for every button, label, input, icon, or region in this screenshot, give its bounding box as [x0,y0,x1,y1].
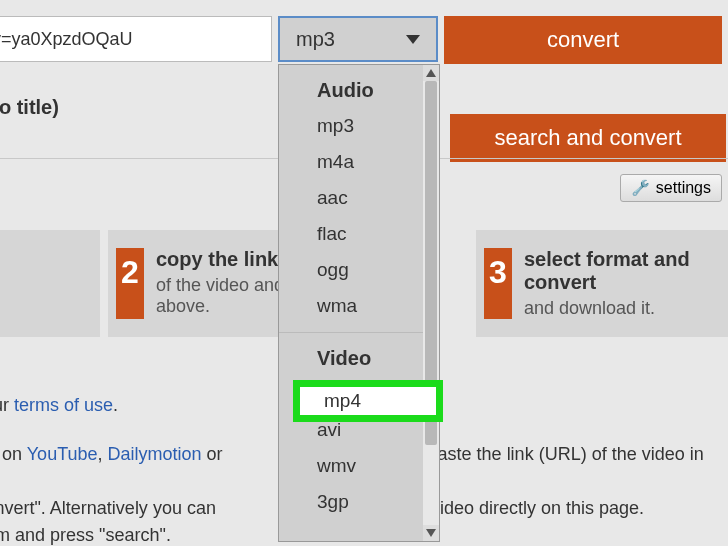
search-and-convert-button[interactable]: search and convert [450,114,726,162]
dropdown-item-wmv[interactable]: wmv [279,448,423,484]
scroll-track[interactable] [423,81,439,525]
scroll-thumb[interactable] [425,81,437,445]
format-dropdown: Audio mp3m4aaacflacoggwma Video mp4aviwm… [278,64,440,542]
video-title-label: for (video title) [0,96,59,119]
scrollbar[interactable] [423,65,439,541]
step-number-badge: 3 [484,248,512,319]
step-card: 3 select format and convert and download… [476,230,728,337]
dropdown-item-ogg[interactable]: ogg [279,252,423,288]
dropdown-item-wma[interactable]: wma [279,288,423,324]
wrench-icon: 🔧 [631,179,650,197]
settings-button[interactable]: 🔧 settings [620,174,722,202]
step-title: select format and convert [524,248,728,294]
youtube-link[interactable]: YouTube [27,444,98,464]
svg-marker-0 [426,69,436,77]
settings-label: settings [656,179,711,197]
dropdown-item-avi[interactable]: avi [279,412,423,448]
step-desc: on, [0,272,82,293]
terms-of-use-link[interactable]: terms of use [14,395,113,415]
scroll-down-icon[interactable] [423,525,439,541]
step-card: on, [0,230,100,337]
step-desc: and download it. [524,298,728,319]
convert-button[interactable]: convert [444,16,722,64]
chevron-down-icon [406,35,420,44]
dropdown-item-m4a[interactable]: m4a [279,144,423,180]
dropdown-item-aac[interactable]: aac [279,180,423,216]
dailymotion-link[interactable]: Dailymotion [108,444,202,464]
dropdown-section-audio: Audio [279,65,423,108]
svg-marker-1 [426,529,436,537]
url-input[interactable] [0,16,272,62]
step-number-badge: 2 [116,248,144,319]
scroll-up-icon[interactable] [423,65,439,81]
dropdown-item-3gp[interactable]: 3gp [279,484,423,520]
format-select[interactable]: mp3 [278,16,438,62]
dropdown-item-mp3[interactable]: mp3 [279,108,423,144]
dropdown-section-video: Video [279,333,423,376]
dropdown-item-mp4[interactable]: mp4 [279,376,423,412]
dropdown-item-flac[interactable]: flac [279,216,423,252]
format-selected-label: mp3 [296,28,335,51]
